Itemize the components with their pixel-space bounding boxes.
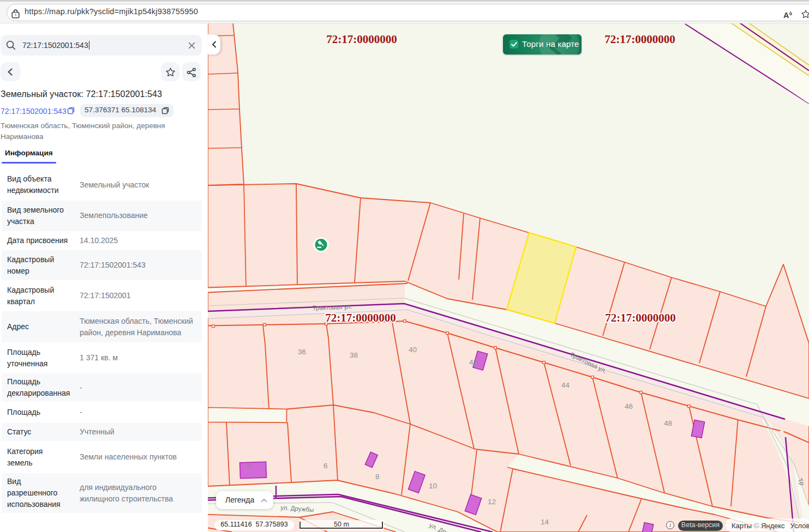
svg-text:72:17:0000000: 72:17:0000000: [605, 311, 676, 324]
svg-text:8: 8: [375, 473, 380, 481]
svg-text:40: 40: [409, 346, 417, 354]
svg-text:46: 46: [625, 402, 633, 410]
svg-text:14: 14: [541, 518, 549, 526]
svg-text:4: 4: [247, 461, 251, 469]
svg-text:48: 48: [664, 419, 672, 427]
svg-text:72:17:0000000: 72:17:0000000: [325, 311, 396, 324]
svg-text:6: 6: [323, 462, 328, 470]
svg-text:38: 38: [350, 351, 358, 359]
svg-text:42: 42: [469, 358, 477, 366]
svg-text:36: 36: [298, 348, 306, 356]
svg-text:10: 10: [429, 482, 437, 490]
svg-text:44: 44: [561, 381, 570, 389]
svg-text:72:17:0000000: 72:17:0000000: [604, 33, 675, 46]
svg-text:Трактовая ул.: Трактовая ул.: [313, 303, 352, 311]
svg-text:72:17:0000000: 72:17:0000000: [326, 33, 397, 46]
svg-text:A: A: [783, 11, 789, 20]
svg-text:12: 12: [488, 498, 496, 506]
